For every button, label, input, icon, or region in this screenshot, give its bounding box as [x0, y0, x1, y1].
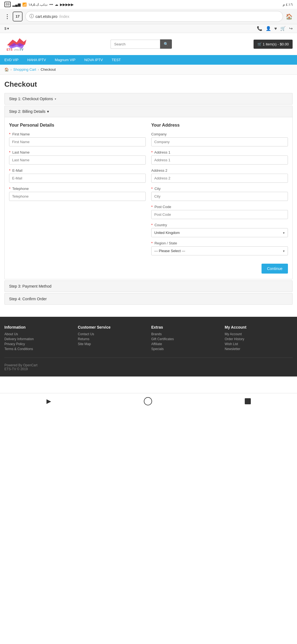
nav-item-magnum-vip[interactable]: Magnum VIP	[50, 55, 80, 65]
footer-information-col: Information About Us Delivery Informatio…	[4, 325, 72, 352]
footer-copyright: Powered By OpenCart ETS-TV © 2019	[4, 363, 293, 371]
nav-item-haha-iptv[interactable]: HAHA IPTV	[23, 55, 50, 65]
search-input[interactable]	[111, 40, 160, 49]
home-button[interactable]	[144, 397, 152, 405]
address2-group: Address 2	[151, 168, 288, 183]
footer-link-affiliate[interactable]: Affiliate	[151, 342, 219, 346]
region-select[interactable]: --- Please Select ---	[151, 246, 288, 255]
email-group: * E-Mail	[9, 168, 146, 183]
footer-link-newsletter[interactable]: Newsletter	[225, 347, 293, 351]
city-group: * City	[151, 187, 288, 201]
footer-link-my-account[interactable]: My Account	[225, 332, 293, 336]
status-bar: 69 ▂▄▆ 📶 ث/ب.ك.١٨٫٥ ••• ☁ ▶▶▶▶▶ ٤:١٦ م	[0, 0, 297, 9]
recent-apps-button[interactable]	[245, 398, 251, 404]
bottom-navigation: ▶	[0, 393, 297, 409]
browser-tab-count[interactable]: 17	[13, 12, 23, 21]
address2-label: Address 2	[151, 168, 288, 173]
country-label: * Country	[151, 223, 288, 227]
step1-header[interactable]: Step 1: Checkout Options ▾	[4, 93, 293, 105]
browser-url-bar[interactable]: ⓘ cart.etstv.pro /index	[25, 11, 283, 22]
postcode-input[interactable]	[151, 210, 288, 219]
nav-item-nova-iptv[interactable]: NOVA IPTV	[80, 55, 107, 65]
step4-header[interactable]: Step 4: Confirm Order	[4, 293, 293, 305]
svg-text:TV: TV	[20, 48, 24, 51]
email-input[interactable]	[9, 174, 146, 183]
first-name-required-star: *	[9, 132, 10, 136]
breadcrumb-checkout: Checkout	[41, 67, 56, 72]
postcode-label: * Post Code	[151, 205, 288, 209]
browser-bar: ⋮ 17 ⓘ cart.etstv.pro /index 🏠	[0, 9, 297, 24]
footer-link-privacy[interactable]: Privacy Policy	[4, 342, 72, 346]
footer-link-brands[interactable]: Brands	[151, 332, 219, 336]
footer-link-returns[interactable]: Returns	[78, 337, 146, 341]
back-button[interactable]: ▶	[46, 398, 51, 405]
cart-button[interactable]: 🛒 1 item(s) - $0.00	[254, 40, 293, 49]
wishlist-icon[interactable]: ♥	[274, 26, 277, 31]
footer-extras-col: Extras Brands Gift Certificates Affiliat…	[151, 325, 219, 352]
company-input[interactable]	[151, 137, 288, 146]
footer-link-about[interactable]: About Us	[4, 332, 72, 336]
main-navigation: EVD VIP HAHA IPTV Magnum VIP NOVA IPTV T…	[0, 55, 297, 65]
country-select[interactable]: United Kingdom	[151, 228, 288, 237]
company-label: Company	[151, 132, 288, 136]
phone-icon[interactable]: 📞	[257, 26, 262, 31]
share-icon[interactable]: ↪	[289, 26, 293, 31]
first-name-input[interactable]	[9, 137, 146, 146]
last-name-input[interactable]	[9, 155, 146, 165]
site-footer: Information About Us Delivery Informatio…	[0, 317, 297, 376]
personal-details-title: Your Personal Details	[9, 123, 146, 128]
utility-bar: $ ▾ 📞 👤 ♥ 🛒 ↪	[0, 24, 297, 33]
browser-home-icon[interactable]: 🏠	[286, 13, 293, 20]
breadcrumb-home-icon[interactable]: 🏠	[4, 67, 9, 72]
address1-group: * Address 1	[151, 150, 288, 165]
footer-link-sitemap[interactable]: Site Map	[78, 342, 146, 346]
footer-link-gift-certificates[interactable]: Gift Certificates	[151, 337, 219, 341]
step4-label: Step 4: Confirm Order	[9, 297, 47, 301]
signal-icon: ▂▄▆	[12, 2, 20, 7]
step2-header[interactable]: Step 2: Billing Details ▾	[5, 106, 292, 117]
region-group: * Region / State --- Please Select ---	[151, 241, 288, 255]
dots-indicator: •••	[49, 2, 53, 7]
breadcrumb: 🏠 › Shopping Cart › Checkout	[0, 65, 297, 75]
footer-link-specials[interactable]: Specials	[151, 347, 219, 351]
url-path: /index	[59, 14, 69, 19]
first-name-group: * First Name	[9, 132, 146, 146]
telephone-input[interactable]	[9, 192, 146, 201]
continue-button[interactable]: Continue	[262, 264, 288, 274]
address2-input[interactable]	[151, 174, 288, 183]
carrier-text: ث/ب.ك.١٨٫٥	[28, 2, 48, 7]
svg-text:•PRO: •PRO	[14, 49, 20, 51]
footer-link-order-history[interactable]: Order History	[225, 337, 293, 341]
site-header: ETS •PRO TV 🔍 🛒 1 item(s) - $0.00	[0, 33, 297, 55]
telephone-group: * Telephone	[9, 187, 146, 201]
step3-header[interactable]: Step 3: Payment Method	[4, 280, 293, 292]
country-group: * Country United Kingdom	[151, 223, 288, 237]
nav-item-test[interactable]: TEST	[107, 55, 125, 65]
currency-selector[interactable]: $ ▾	[4, 26, 9, 31]
footer-link-delivery[interactable]: Delivery Information	[4, 337, 72, 341]
last-name-group: * Last Name	[9, 150, 146, 165]
logo-area[interactable]: ETS •PRO TV	[4, 37, 29, 51]
region-label: * Region / State	[151, 241, 288, 245]
region-select-wrapper: --- Please Select ---	[151, 246, 288, 255]
site-logo: ETS •PRO TV	[4, 37, 29, 51]
browser-menu-icon[interactable]: ⋮	[4, 13, 10, 20]
account-icon[interactable]: 👤	[266, 26, 271, 31]
footer-divider	[4, 358, 293, 358]
footer-link-contact[interactable]: Contact Us	[78, 332, 146, 336]
address-column: Your Address Company * Address 1 Addre	[151, 123, 288, 259]
city-label: * City	[151, 187, 288, 191]
company-group: Company	[151, 132, 288, 146]
nav-item-evd-vip[interactable]: EVD VIP	[0, 55, 23, 65]
breadcrumb-shopping-cart[interactable]: Shopping Cart	[13, 67, 36, 72]
footer-link-terms[interactable]: Terms & Conditions	[4, 347, 72, 351]
footer-link-wish-list[interactable]: Wish List	[225, 342, 293, 346]
currency-symbol: $	[4, 26, 6, 31]
address1-input[interactable]	[151, 155, 288, 165]
cart-icon[interactable]: 🛒	[280, 26, 286, 31]
address1-label: * Address 1	[151, 150, 288, 154]
city-input[interactable]	[151, 192, 288, 201]
personal-details-column: Your Personal Details * First Name * Las…	[9, 123, 146, 259]
search-button[interactable]: 🔍	[160, 39, 172, 49]
battery-indicator: 69	[4, 2, 11, 7]
